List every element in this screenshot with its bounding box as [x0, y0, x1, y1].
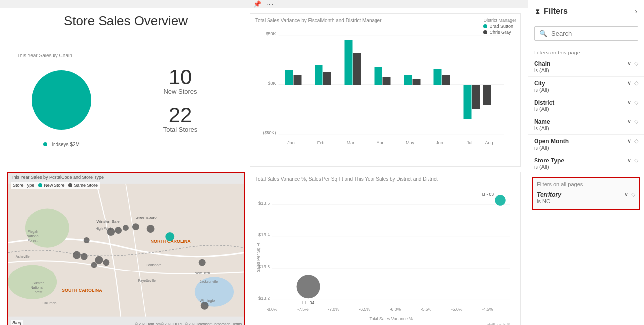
svg-point-60: [103, 259, 109, 266]
svg-text:Total Sales Variance %: Total Sales Variance %: [370, 316, 413, 321]
svg-rect-7: [285, 70, 293, 85]
filter-funnel-icon: ⧗: [535, 7, 540, 16]
svg-rect-19: [464, 85, 472, 119]
svg-point-61: [91, 262, 97, 268]
filters-panel: ⧗ Filters › 🔍 Filters on this page Chain…: [528, 0, 644, 325]
svg-text:$0K: $0K: [268, 81, 276, 86]
svg-text:Goldsboro: Goldsboro: [146, 264, 161, 267]
more-options-icon[interactable]: ···: [266, 0, 275, 8]
scatter-chart-panel: Total Sales Variance %, Sales Per Sq Ft …: [250, 172, 521, 325]
new-stores-label: New Stores: [163, 88, 197, 95]
filter-district-clear[interactable]: ◇: [634, 99, 638, 106]
filter-store-type-name: Store Type: [534, 157, 564, 164]
filters-on-page-title: Filters on this page: [528, 46, 644, 57]
pie-chart-svg: [22, 60, 101, 140]
map-legend-new-store-label: New Store: [44, 183, 64, 188]
svg-text:$13.5: $13.5: [258, 200, 270, 206]
map-copyright: © 2020 TomTom © 2020 HERE, © 2020 Micros…: [135, 322, 242, 325]
svg-point-65: [165, 232, 174, 241]
svg-point-59: [95, 256, 103, 264]
svg-rect-12: [353, 53, 361, 85]
map-store-type-label: Store Type: [13, 183, 34, 188]
filter-district-name: District: [534, 99, 554, 106]
legend-item-brad: Brad Sutton: [483, 24, 516, 29]
svg-point-58: [81, 253, 88, 260]
filter-city-chevron[interactable]: ∨: [627, 80, 631, 86]
svg-text:Pisgah: Pisgah: [28, 230, 38, 234]
bing-logo: Bing: [11, 320, 23, 325]
svg-point-57: [84, 237, 90, 243]
svg-rect-13: [375, 67, 382, 85]
filter-store-type-clear[interactable]: ◇: [634, 157, 638, 163]
left-panel: Store Sales Overview This Year Sales by …: [7, 13, 245, 167]
total-stores-label: Total Stores: [163, 126, 198, 133]
svg-text:New Bern: New Bern: [195, 271, 210, 275]
legend-dot-brad: [483, 24, 487, 28]
filter-store-type-chevron[interactable]: ∨: [627, 157, 631, 163]
filters-collapse-icon[interactable]: ›: [635, 7, 637, 15]
map-legend-new-store: New Store: [38, 183, 64, 188]
svg-text:-5.0%: -5.0%: [451, 307, 463, 312]
svg-text:Aug: Aug: [485, 140, 493, 145]
filter-district-chevron[interactable]: ∨: [627, 99, 631, 106]
filter-store-type-value: is (All): [534, 164, 564, 170]
svg-rect-11: [345, 40, 353, 85]
filter-chain-chevron[interactable]: ∨: [627, 60, 631, 67]
filter-item-store-type: Store Type is (All) ∨ ◇: [528, 154, 644, 173]
svg-point-64: [201, 302, 209, 310]
svg-point-87: [495, 195, 505, 205]
total-stores-number: 22: [163, 105, 198, 126]
pie-chart-label: This Year Sales by Chain: [17, 53, 72, 58]
report-area: Store Sales Overview This Year Sales by …: [0, 8, 528, 325]
svg-text:Sales Per Sq Ft: Sales Per Sq Ft: [256, 242, 261, 272]
svg-text:SOUTH CAROLINA: SOUTH CAROLINA: [62, 288, 102, 293]
svg-text:LI - 03: LI - 03: [482, 192, 494, 197]
filters-all-pages-section: Filters on all pages Territory is NC ∨ ◇: [532, 177, 640, 210]
filter-name-chevron[interactable]: ∨: [627, 118, 631, 125]
filter-chain-name: Chain: [534, 60, 550, 67]
filter-chain-value: is (All): [534, 67, 550, 73]
top-bar: 📌 ···: [0, 0, 528, 8]
svg-text:Columbia: Columbia: [42, 301, 56, 305]
svg-point-54: [123, 225, 129, 231]
filter-chain-clear[interactable]: ◇: [634, 60, 638, 67]
filter-city-value: is (All): [534, 87, 549, 93]
svg-rect-14: [383, 77, 391, 85]
pin-icon[interactable]: 📌: [253, 0, 261, 8]
filters-search-input[interactable]: [551, 30, 635, 37]
svg-text:Mar: Mar: [347, 140, 355, 145]
filter-name-value: is (All): [534, 125, 550, 131]
svg-text:Apr: Apr: [376, 140, 383, 145]
svg-text:LI - 04: LI - 04: [302, 300, 315, 305]
svg-point-62: [73, 251, 81, 259]
filter-territory-name: Territory: [537, 191, 561, 198]
filter-name-clear[interactable]: ◇: [634, 118, 638, 125]
pie-legend: Lindseys $2M: [43, 142, 80, 147]
filter-city-clear[interactable]: ◇: [634, 80, 638, 86]
svg-text:-5.5%: -5.5%: [421, 307, 432, 312]
svg-rect-8: [294, 75, 302, 85]
filter-item-name: Name is (All) ∨ ◇: [528, 115, 644, 135]
filter-open-month-name: Open Month: [534, 138, 569, 145]
map-panel: This Year Sales by PostalCode and Store …: [7, 172, 245, 325]
svg-text:Jul: Jul: [467, 140, 473, 145]
svg-point-0: [32, 70, 91, 130]
filter-open-month-clear[interactable]: ◇: [634, 138, 638, 144]
svg-text:ob/iEnce llc ®: ob/iEnce llc ®: [487, 322, 510, 325]
svg-rect-16: [413, 79, 421, 85]
legend-dot-chris: [483, 30, 487, 34]
map-title: This Year Sales by PostalCode and Store …: [11, 175, 104, 180]
new-stores-stat: 10 New Stores: [163, 67, 197, 95]
bar-chart-legend: District Manager Brad Sutton Chris Gray: [483, 18, 516, 36]
filter-open-month-chevron[interactable]: ∨: [627, 138, 631, 144]
svg-text:Winston-Sale: Winston-Sale: [96, 219, 120, 224]
filters-title: ⧗ Filters: [535, 7, 568, 16]
bar-chart-legend-title: District Manager: [483, 18, 516, 23]
map-dot-new-store: [38, 183, 42, 187]
map-svg: Winston-Sale Greensboro NORTH CAROLINA S…: [8, 173, 244, 325]
svg-text:$13.2: $13.2: [258, 295, 270, 301]
filters-all-pages-title: Filters on all pages: [537, 181, 635, 187]
filters-search-box[interactable]: 🔍: [534, 26, 638, 41]
filter-territory-chevron[interactable]: ∨: [624, 191, 628, 198]
filter-territory-clear[interactable]: ◇: [631, 191, 635, 198]
